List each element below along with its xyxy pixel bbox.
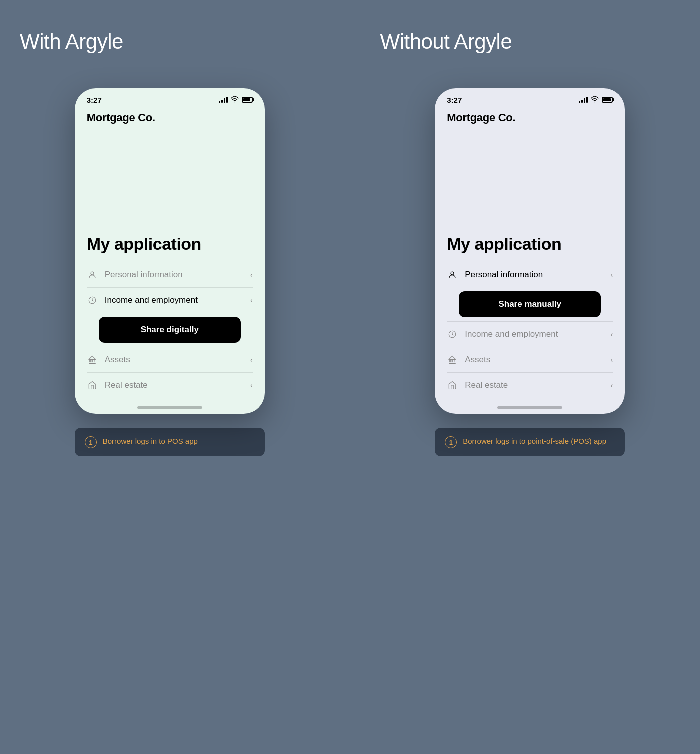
status-bar-right: 3:27 [435, 88, 625, 108]
without-argyle-divider [380, 68, 680, 68]
app-title-right: My application [435, 224, 625, 262]
signal-icon-right [579, 97, 588, 103]
personal-label-left: Personal information [105, 270, 250, 280]
svg-point-8 [451, 272, 454, 275]
status-icons-left [219, 96, 253, 104]
income-label-left: Income and employment [105, 296, 250, 306]
app-title-left: My application [75, 224, 265, 262]
menu-item-realestate-left[interactable]: Real estate ‹ [87, 372, 253, 398]
clock-icon-left [87, 295, 98, 306]
status-time-left: 3:27 [87, 96, 102, 104]
share-manually-button[interactable]: Share manually [459, 292, 601, 318]
svg-rect-13 [452, 360, 454, 362]
personal-label-right: Personal information [465, 270, 610, 280]
home-bar-left [138, 406, 202, 409]
without-argyle-column: Without Argyle 3:27 [380, 30, 680, 456]
caption-number-right: 1 [445, 436, 457, 448]
wifi-icon-right [590, 96, 600, 104]
assets-label-left: Assets [105, 355, 250, 365]
menu-list-right: Personal information ‹ Share manually [435, 262, 625, 398]
svg-rect-12 [450, 360, 451, 362]
menu-item-personal-right[interactable]: Personal information ‹ [447, 262, 613, 288]
menu-item-assets-left[interactable]: Assets ‹ [87, 347, 253, 372]
caption-text-right: Borrower logs in to point-of-sale (POS) … [463, 436, 606, 446]
person-icon-right [447, 270, 458, 280]
chevron-income-right: ‹ [611, 330, 614, 338]
menu-item-income-right[interactable]: Income and employment ‹ [447, 322, 613, 347]
chevron-assets-right: ‹ [611, 356, 614, 364]
menu-list-left: Personal information ‹ Income and employ… [75, 262, 265, 398]
share-button-container-right: Share manually [447, 288, 613, 322]
home-icon-right [447, 380, 458, 391]
status-time-right: 3:27 [447, 96, 462, 104]
signal-icon-left [219, 97, 228, 103]
menu-item-personal-left[interactable]: Personal information ‹ [87, 262, 253, 288]
chevron-realestate-left: ‹ [250, 382, 253, 390]
svg-rect-4 [90, 360, 91, 362]
brand-right: Mortgage Co. [447, 112, 613, 124]
income-label-right: Income and employment [465, 330, 610, 340]
share-digitally-button[interactable]: Share digitally [99, 317, 241, 343]
brand-left: Mortgage Co. [87, 112, 253, 124]
home-indicator-right [435, 398, 625, 414]
caption-text-left: Borrower logs in to POS app [103, 436, 198, 446]
bank-icon-right [447, 354, 458, 366]
battery-icon-right [602, 97, 613, 103]
without-argyle-phone: 3:27 Mor [435, 88, 625, 414]
svg-rect-5 [92, 360, 93, 362]
svg-marker-7 [89, 356, 96, 360]
phone-header-right: Mortgage Co. [435, 108, 625, 124]
clock-icon-right [447, 329, 458, 340]
page-container: With Argyle 3:27 [20, 30, 680, 456]
share-button-container-left: Share digitally [87, 313, 253, 347]
menu-item-income-left[interactable]: Income and employment ‹ [87, 288, 253, 313]
with-argyle-divider [20, 68, 320, 68]
home-bar-right [498, 406, 562, 409]
svg-marker-15 [450, 356, 456, 360]
content-area-left [75, 124, 265, 224]
svg-rect-14 [454, 360, 456, 362]
realestate-label-left: Real estate [105, 380, 250, 390]
chevron-assets-left: ‹ [250, 356, 253, 364]
person-icon-left [87, 270, 98, 280]
assets-label-right: Assets [465, 355, 610, 365]
with-argyle-column: With Argyle 3:27 [20, 30, 320, 456]
caption-left: 1 Borrower logs in to POS app [75, 428, 265, 456]
phone-header-left: Mortgage Co. [75, 108, 265, 124]
chevron-personal-left: ‹ [250, 271, 253, 279]
vertical-divider [350, 70, 350, 456]
svg-point-0 [91, 272, 94, 275]
home-icon-left [87, 380, 98, 391]
caption-number-left: 1 [85, 436, 97, 448]
with-argyle-title: With Argyle [20, 30, 124, 54]
svg-rect-6 [94, 360, 96, 362]
battery-icon-left [242, 97, 253, 103]
home-indicator-left [75, 398, 265, 414]
menu-item-assets-right[interactable]: Assets ‹ [447, 347, 613, 372]
wifi-icon-left [230, 96, 240, 104]
caption-right: 1 Borrower logs in to point-of-sale (POS… [435, 428, 625, 456]
without-argyle-title: Without Argyle [380, 30, 512, 54]
status-icons-right [579, 96, 613, 104]
with-argyle-phone: 3:27 Mor [75, 88, 265, 414]
menu-item-realestate-right[interactable]: Real estate ‹ [447, 372, 613, 398]
chevron-realestate-right: ‹ [611, 382, 614, 390]
content-area-right [435, 124, 625, 224]
status-bar-left: 3:27 [75, 88, 265, 108]
bank-icon-left [87, 354, 98, 366]
realestate-label-right: Real estate [465, 380, 610, 390]
chevron-personal-right: ‹ [611, 271, 614, 279]
chevron-income-left: ‹ [250, 296, 253, 304]
